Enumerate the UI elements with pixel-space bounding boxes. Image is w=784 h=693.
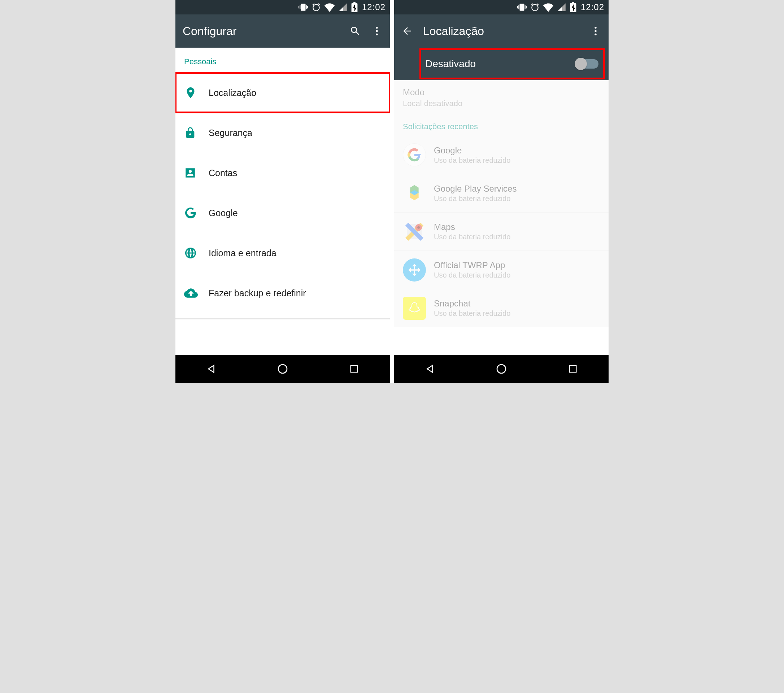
signal-icon — [557, 3, 567, 12]
search-button[interactable] — [349, 25, 361, 37]
recent-requests-header: Solicitações recentes — [394, 118, 609, 136]
app-name: Snapchat — [434, 298, 511, 309]
svg-rect-12 — [570, 365, 576, 372]
status-time: 12:02 — [362, 2, 385, 12]
maps-icon — [403, 220, 426, 243]
navigation-bar — [394, 355, 609, 383]
svg-point-0 — [376, 27, 377, 28]
app-bar: Configurar — [175, 15, 390, 48]
svg-rect-4 — [351, 365, 358, 372]
settings-row-language[interactable]: Idioma e entrada — [175, 233, 390, 273]
back-button[interactable] — [401, 25, 413, 37]
status-time: 12:02 — [581, 2, 604, 12]
location-icon — [184, 86, 209, 99]
alarm-icon — [530, 3, 540, 12]
svg-point-2 — [376, 34, 377, 35]
lock-icon — [184, 127, 209, 139]
battery-charging-icon — [351, 2, 358, 12]
phone-left: 12:02 Configurar Pessoais Localização — [175, 0, 390, 383]
app-battery: Uso da bateria reduzido — [434, 271, 511, 279]
battery-charging-icon — [570, 2, 576, 12]
status-bar: 12:02 — [175, 0, 390, 15]
app-battery: Uso da bateria reduzido — [434, 194, 517, 203]
back-nav-button[interactable] — [422, 361, 438, 377]
svg-point-5 — [595, 27, 596, 28]
settings-row-label: Fazer backup e redefinir — [209, 288, 306, 298]
wifi-icon — [543, 2, 553, 12]
mode-subtitle: Local desativado — [403, 99, 600, 108]
svg-point-3 — [278, 365, 287, 373]
svg-point-10 — [417, 226, 420, 229]
play-services-icon — [403, 182, 426, 205]
svg-point-7 — [595, 34, 596, 35]
app-battery: Uso da bateria reduzido — [434, 156, 511, 165]
overflow-menu-button[interactable] — [590, 25, 601, 37]
settings-row-accounts[interactable]: Contas — [175, 153, 390, 193]
wifi-icon — [324, 2, 334, 12]
google-app-icon — [403, 143, 426, 166]
settings-row-security[interactable]: Segurança — [175, 113, 390, 153]
settings-row-label: Contas — [209, 168, 237, 178]
overflow-menu-button[interactable] — [371, 25, 383, 37]
location-toggle-switch[interactable] — [576, 59, 598, 69]
account-icon — [184, 167, 209, 179]
svg-point-1 — [376, 30, 377, 32]
section-header-personal: Pessoais — [175, 48, 390, 73]
app-row-maps[interactable]: Maps Uso da bateria reduzido — [394, 212, 609, 250]
app-bar: Localização — [394, 15, 609, 48]
settings-row-location[interactable]: Localização — [175, 73, 390, 113]
settings-row-label: Localização — [209, 88, 256, 98]
cloud-upload-icon — [184, 286, 209, 300]
navigation-bar — [175, 355, 390, 383]
snapchat-icon — [403, 297, 426, 320]
svg-point-11 — [497, 365, 506, 373]
home-nav-button[interactable] — [275, 361, 290, 377]
app-bar-title: Configurar — [183, 25, 349, 38]
app-row-twrp[interactable]: Official TWRP App Uso da bateria reduzid… — [394, 250, 609, 289]
back-nav-button[interactable] — [204, 361, 219, 377]
mode-row[interactable]: Modo Local desativado — [394, 80, 609, 118]
app-name: Maps — [434, 222, 511, 232]
app-row-snapchat[interactable]: Snapchat Uso da bateria reduzido — [394, 289, 609, 327]
app-battery: Uso da bateria reduzido — [434, 233, 511, 241]
recents-nav-button[interactable] — [346, 361, 362, 377]
settings-row-label: Google — [209, 208, 238, 218]
vibrate-icon — [298, 3, 308, 12]
app-battery: Uso da bateria reduzido — [434, 309, 511, 318]
app-row-google[interactable]: Google Uso da bateria reduzido — [394, 136, 609, 174]
vibrate-icon — [517, 3, 527, 12]
app-name: Google — [434, 145, 511, 156]
settings-row-label: Idioma e entrada — [209, 248, 277, 258]
mode-title: Modo — [403, 87, 600, 97]
app-name: Official TWRP App — [434, 260, 511, 270]
settings-row-backup[interactable]: Fazer backup e redefinir — [175, 273, 390, 313]
twrp-icon — [403, 258, 426, 281]
settings-row-label: Segurança — [209, 128, 252, 138]
app-bar-title: Localização — [423, 25, 590, 38]
signal-icon — [338, 3, 348, 12]
globe-icon — [184, 247, 209, 260]
home-nav-button[interactable] — [494, 361, 509, 377]
status-bar: 12:02 — [394, 0, 609, 15]
settings-row-google[interactable]: Google — [175, 193, 390, 233]
app-row-play-services[interactable]: Google Play Services Uso da bateria redu… — [394, 174, 609, 212]
svg-point-6 — [595, 30, 596, 32]
alarm-icon — [311, 3, 321, 12]
recents-nav-button[interactable] — [565, 361, 580, 377]
phone-right: 12:02 Localização Desativado Modo Local … — [394, 0, 609, 383]
location-toggle-bar: Desativado — [394, 48, 609, 80]
app-name: Google Play Services — [434, 184, 517, 194]
google-icon — [184, 206, 209, 219]
